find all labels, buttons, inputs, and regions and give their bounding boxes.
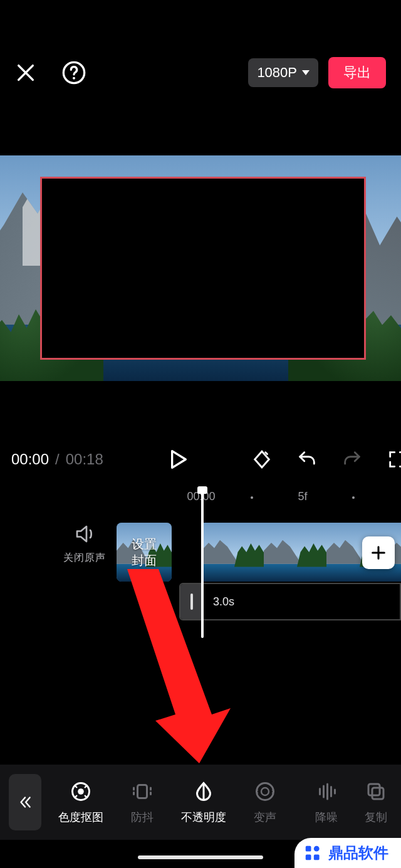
- resolution-selector[interactable]: 1080P: [248, 58, 318, 87]
- svg-rect-8: [372, 788, 383, 799]
- toolbar-item-duplicate[interactable]: 复制: [357, 780, 395, 825]
- ruler-tick: [251, 496, 253, 499]
- selected-overlay-bounds[interactable]: [40, 177, 366, 360]
- play-icon: [165, 447, 190, 472]
- svg-rect-5: [138, 785, 147, 798]
- transport-bar: 00:00 / 00:18: [0, 439, 401, 480]
- toolbar-items: 色度抠图 防抖 不透明度 变声 降噪 复制: [41, 780, 401, 825]
- toolbar-back-button[interactable]: [9, 774, 41, 830]
- undo-icon: [296, 449, 318, 470]
- stabilize-icon: [131, 780, 154, 803]
- timeline[interactable]: 00:00 5f 关闭原声 设置 封面 3.0s: [0, 490, 401, 753]
- overlay-duration: 3.0s: [213, 595, 234, 609]
- speaker-icon: [73, 523, 96, 545]
- chroma-key-icon: [70, 780, 92, 803]
- denoise-icon: [315, 780, 338, 803]
- chevron-down-icon: [302, 70, 310, 75]
- keyframe-button[interactable]: [251, 449, 273, 470]
- svg-point-4: [78, 788, 84, 795]
- effect-toolbar: 色度抠图 防抖 不透明度 变声 降噪 复制: [0, 765, 401, 840]
- plus-icon: [370, 544, 387, 562]
- mute-original-sound-button[interactable]: 关闭原声: [58, 523, 112, 565]
- playhead[interactable]: [201, 490, 204, 638]
- toolbar-item-label: 色度抠图: [58, 810, 103, 825]
- toolbar-item-opacity[interactable]: 不透明度: [173, 780, 234, 825]
- redo-icon: [341, 449, 363, 470]
- help-button[interactable]: [61, 60, 86, 85]
- svg-rect-7: [368, 784, 380, 795]
- redo-button[interactable]: [341, 449, 363, 470]
- resolution-label: 1080P: [257, 65, 297, 81]
- close-button[interactable]: [15, 62, 36, 83]
- ruler-tick: [352, 496, 355, 499]
- toolbar-item-label: 变声: [254, 810, 276, 825]
- overlay-clip[interactable]: 3.0s: [179, 583, 401, 620]
- close-icon: [15, 62, 36, 83]
- export-button[interactable]: 导出: [328, 57, 386, 88]
- watermark-badge: 鼎品软件: [294, 838, 401, 868]
- svg-point-1: [73, 77, 75, 80]
- toolbar-item-chroma-key[interactable]: 色度抠图: [50, 780, 112, 825]
- home-indicator[interactable]: [138, 855, 263, 859]
- video-preview[interactable]: [0, 155, 401, 381]
- clip-thumbnail: [201, 523, 264, 582]
- set-cover-button[interactable]: 设置 封面: [117, 523, 172, 582]
- toolbar-item-stabilize[interactable]: 防抖: [112, 780, 173, 825]
- toolbar-item-voice-change[interactable]: 变声: [234, 780, 296, 825]
- undo-button[interactable]: [296, 449, 318, 470]
- opacity-icon: [192, 780, 215, 803]
- watermark-text: 鼎品软件: [328, 843, 388, 863]
- time-separator: /: [55, 451, 60, 468]
- toolbar-item-label: 不透明度: [181, 810, 226, 825]
- svg-rect-11: [306, 855, 311, 860]
- mute-label: 关闭原声: [58, 552, 112, 565]
- add-clip-button[interactable]: [362, 536, 395, 569]
- cover-label: 设置 封面: [132, 536, 157, 568]
- fullscreen-icon: [387, 449, 401, 470]
- toolbar-item-label: 防抖: [131, 810, 154, 825]
- time-display: 00:00 / 00:18: [11, 451, 103, 468]
- export-label: 导出: [343, 65, 371, 80]
- ruler-label: 5f: [298, 490, 307, 503]
- fullscreen-button[interactable]: [387, 449, 401, 470]
- toolbar-item-label: 复制: [365, 810, 387, 825]
- editor-header: 1080P 导出: [0, 53, 401, 93]
- toolbar-item-denoise[interactable]: 降噪: [296, 780, 357, 825]
- clip-thumbnail: [264, 523, 326, 582]
- chevrons-left-icon: [17, 794, 33, 810]
- svg-point-6: [257, 783, 274, 800]
- duplicate-icon: [365, 780, 387, 803]
- voice-change-icon: [254, 780, 276, 803]
- toolbar-item-label: 降噪: [315, 810, 338, 825]
- clip-trim-handle-left[interactable]: [180, 584, 203, 619]
- play-button[interactable]: [165, 447, 190, 472]
- svg-rect-12: [314, 855, 320, 860]
- svg-point-10: [314, 846, 320, 852]
- main-track: 关闭原声 设置 封面: [0, 523, 401, 583]
- current-time: 00:00: [11, 451, 49, 468]
- help-icon: [61, 60, 86, 85]
- keyframe-icon: [251, 449, 273, 470]
- duration: 00:18: [66, 451, 103, 468]
- svg-rect-9: [306, 846, 311, 852]
- header-left-group: [15, 60, 86, 85]
- watermark-logo-icon: [303, 844, 322, 862]
